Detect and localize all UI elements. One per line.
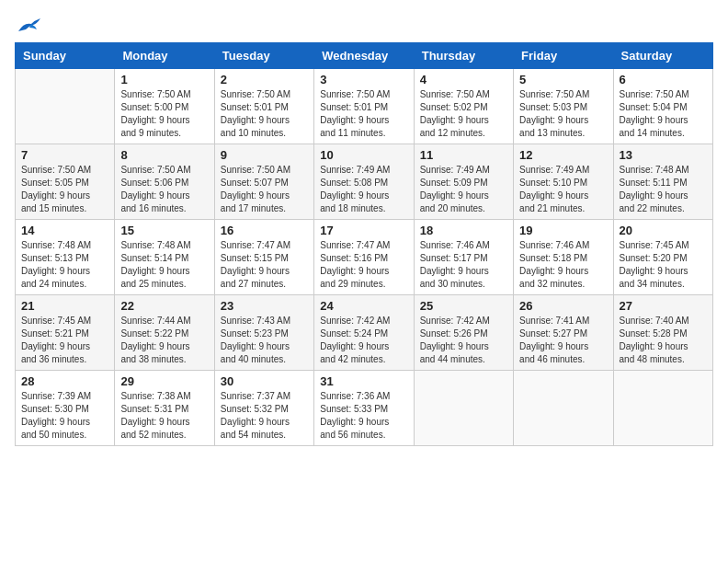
- calendar-table: SundayMondayTuesdayWednesdayThursdayFrid…: [15, 42, 713, 446]
- day-info: Sunrise: 7:40 AM Sunset: 5:28 PM Dayligh…: [620, 315, 707, 366]
- day-number: 30: [221, 374, 308, 388]
- day-info: Sunrise: 7:50 AM Sunset: 5:04 PM Dayligh…: [620, 88, 707, 140]
- day-info: Sunrise: 7:50 AM Sunset: 5:07 PM Dayligh…: [221, 164, 308, 215]
- calendar-cell: 1Sunrise: 7:50 AM Sunset: 5:00 PM Daylig…: [115, 69, 214, 144]
- day-info: Sunrise: 7:47 AM Sunset: 5:15 PM Dayligh…: [221, 239, 308, 291]
- calendar-cell: 31Sunrise: 7:36 AM Sunset: 5:33 PM Dayli…: [314, 371, 414, 446]
- day-info: Sunrise: 7:48 AM Sunset: 5:11 PM Dayligh…: [620, 164, 707, 215]
- day-number: 31: [320, 374, 407, 388]
- day-number: 4: [420, 73, 507, 86]
- day-info: Sunrise: 7:49 AM Sunset: 5:10 PM Dayligh…: [519, 164, 607, 215]
- calendar-cell: 21Sunrise: 7:45 AM Sunset: 5:21 PM Dayli…: [16, 295, 115, 371]
- calendar-cell: 9Sunrise: 7:50 AM Sunset: 5:07 PM Daylig…: [214, 144, 313, 220]
- calendar-cell: 22Sunrise: 7:44 AM Sunset: 5:22 PM Dayli…: [115, 295, 214, 371]
- day-number: 6: [620, 73, 707, 86]
- day-info: Sunrise: 7:49 AM Sunset: 5:09 PM Dayligh…: [420, 164, 507, 215]
- day-info: Sunrise: 7:46 AM Sunset: 5:17 PM Dayligh…: [420, 239, 507, 291]
- day-number: 12: [519, 148, 607, 162]
- day-info: Sunrise: 7:50 AM Sunset: 5:05 PM Dayligh…: [21, 164, 108, 215]
- day-number: 5: [519, 73, 607, 86]
- day-number: 24: [320, 299, 407, 313]
- calendar-cell: 25Sunrise: 7:42 AM Sunset: 5:26 PM Dayli…: [414, 295, 513, 371]
- calendar-cell: 11Sunrise: 7:49 AM Sunset: 5:09 PM Dayli…: [414, 144, 513, 220]
- logo-bird-icon: [17, 15, 42, 35]
- calendar-day-header: Tuesday: [214, 43, 313, 69]
- calendar-cell: 28Sunrise: 7:39 AM Sunset: 5:30 PM Dayli…: [16, 371, 115, 446]
- calendar-cell: 19Sunrise: 7:46 AM Sunset: 5:18 PM Dayli…: [514, 220, 613, 295]
- day-info: Sunrise: 7:50 AM Sunset: 5:03 PM Dayligh…: [519, 88, 607, 140]
- day-number: 8: [120, 148, 208, 162]
- day-number: 28: [21, 374, 108, 388]
- calendar-cell: 3Sunrise: 7:50 AM Sunset: 5:01 PM Daylig…: [314, 69, 414, 144]
- day-number: 14: [21, 224, 108, 237]
- calendar-cell: 24Sunrise: 7:42 AM Sunset: 5:24 PM Dayli…: [314, 295, 414, 371]
- day-info: Sunrise: 7:50 AM Sunset: 5:01 PM Dayligh…: [320, 88, 407, 140]
- day-number: 13: [620, 148, 707, 162]
- day-info: Sunrise: 7:48 AM Sunset: 5:13 PM Dayligh…: [21, 239, 108, 291]
- day-info: Sunrise: 7:48 AM Sunset: 5:14 PM Dayligh…: [120, 239, 208, 291]
- day-number: 10: [320, 148, 407, 162]
- day-info: Sunrise: 7:37 AM Sunset: 5:32 PM Dayligh…: [221, 390, 308, 442]
- day-info: Sunrise: 7:47 AM Sunset: 5:16 PM Dayligh…: [320, 239, 407, 291]
- day-number: 16: [221, 224, 308, 237]
- day-number: 25: [420, 299, 507, 313]
- calendar-cell: 4Sunrise: 7:50 AM Sunset: 5:02 PM Daylig…: [414, 69, 513, 144]
- calendar-cell: [613, 371, 712, 446]
- calendar-cell: [16, 69, 115, 144]
- day-info: Sunrise: 7:50 AM Sunset: 5:06 PM Dayligh…: [120, 164, 208, 215]
- calendar-cell: 8Sunrise: 7:50 AM Sunset: 5:06 PM Daylig…: [115, 144, 214, 220]
- calendar-cell: 17Sunrise: 7:47 AM Sunset: 5:16 PM Dayli…: [314, 220, 414, 295]
- header: [15, 15, 713, 35]
- day-info: Sunrise: 7:45 AM Sunset: 5:21 PM Dayligh…: [21, 315, 108, 366]
- calendar-cell: 13Sunrise: 7:48 AM Sunset: 5:11 PM Dayli…: [613, 144, 712, 220]
- day-number: 11: [420, 148, 507, 162]
- calendar-cell: [514, 371, 613, 446]
- calendar-day-header: Thursday: [414, 43, 513, 69]
- day-number: 20: [620, 224, 707, 237]
- day-info: Sunrise: 7:43 AM Sunset: 5:23 PM Dayligh…: [221, 315, 308, 366]
- calendar-cell: 2Sunrise: 7:50 AM Sunset: 5:01 PM Daylig…: [214, 69, 313, 144]
- day-info: Sunrise: 7:38 AM Sunset: 5:31 PM Dayligh…: [120, 390, 208, 442]
- calendar-day-header: Saturday: [613, 43, 712, 69]
- day-number: 23: [221, 299, 308, 313]
- day-number: 3: [320, 73, 407, 86]
- calendar-cell: 6Sunrise: 7:50 AM Sunset: 5:04 PM Daylig…: [613, 69, 712, 144]
- calendar-cell: 14Sunrise: 7:48 AM Sunset: 5:13 PM Dayli…: [16, 220, 115, 295]
- day-number: 22: [120, 299, 208, 313]
- day-info: Sunrise: 7:36 AM Sunset: 5:33 PM Dayligh…: [320, 390, 407, 442]
- calendar-header-row: SundayMondayTuesdayWednesdayThursdayFrid…: [16, 43, 713, 69]
- calendar-day-header: Wednesday: [314, 43, 414, 69]
- day-number: 19: [519, 224, 607, 237]
- calendar-cell: 27Sunrise: 7:40 AM Sunset: 5:28 PM Dayli…: [613, 295, 712, 371]
- day-number: 17: [320, 224, 407, 237]
- day-number: 1: [120, 73, 208, 86]
- calendar-cell: [414, 371, 513, 446]
- day-info: Sunrise: 7:39 AM Sunset: 5:30 PM Dayligh…: [21, 390, 108, 442]
- calendar-cell: 30Sunrise: 7:37 AM Sunset: 5:32 PM Dayli…: [214, 371, 313, 446]
- calendar-cell: 18Sunrise: 7:46 AM Sunset: 5:17 PM Dayli…: [414, 220, 513, 295]
- day-number: 29: [120, 374, 208, 388]
- day-info: Sunrise: 7:50 AM Sunset: 5:02 PM Dayligh…: [420, 88, 507, 140]
- logo: [15, 15, 42, 35]
- day-number: 21: [21, 299, 108, 313]
- calendar-cell: 10Sunrise: 7:49 AM Sunset: 5:08 PM Dayli…: [314, 144, 414, 220]
- calendar-day-header: Monday: [115, 43, 214, 69]
- day-number: 15: [120, 224, 208, 237]
- day-number: 18: [420, 224, 507, 237]
- day-number: 26: [519, 299, 607, 313]
- calendar-cell: 26Sunrise: 7:41 AM Sunset: 5:27 PM Dayli…: [514, 295, 613, 371]
- day-info: Sunrise: 7:42 AM Sunset: 5:26 PM Dayligh…: [420, 315, 507, 366]
- calendar-day-header: Sunday: [16, 43, 115, 69]
- day-info: Sunrise: 7:45 AM Sunset: 5:20 PM Dayligh…: [620, 239, 707, 291]
- day-info: Sunrise: 7:42 AM Sunset: 5:24 PM Dayligh…: [320, 315, 407, 366]
- calendar-cell: 15Sunrise: 7:48 AM Sunset: 5:14 PM Dayli…: [115, 220, 214, 295]
- day-info: Sunrise: 7:46 AM Sunset: 5:18 PM Dayligh…: [519, 239, 607, 291]
- day-number: 2: [221, 73, 308, 86]
- day-info: Sunrise: 7:50 AM Sunset: 5:00 PM Dayligh…: [120, 88, 208, 140]
- calendar-cell: 12Sunrise: 7:49 AM Sunset: 5:10 PM Dayli…: [514, 144, 613, 220]
- day-number: 9: [221, 148, 308, 162]
- day-info: Sunrise: 7:41 AM Sunset: 5:27 PM Dayligh…: [519, 315, 607, 366]
- calendar-day-header: Friday: [514, 43, 613, 69]
- calendar-cell: 7Sunrise: 7:50 AM Sunset: 5:05 PM Daylig…: [16, 144, 115, 220]
- day-info: Sunrise: 7:44 AM Sunset: 5:22 PM Dayligh…: [120, 315, 208, 366]
